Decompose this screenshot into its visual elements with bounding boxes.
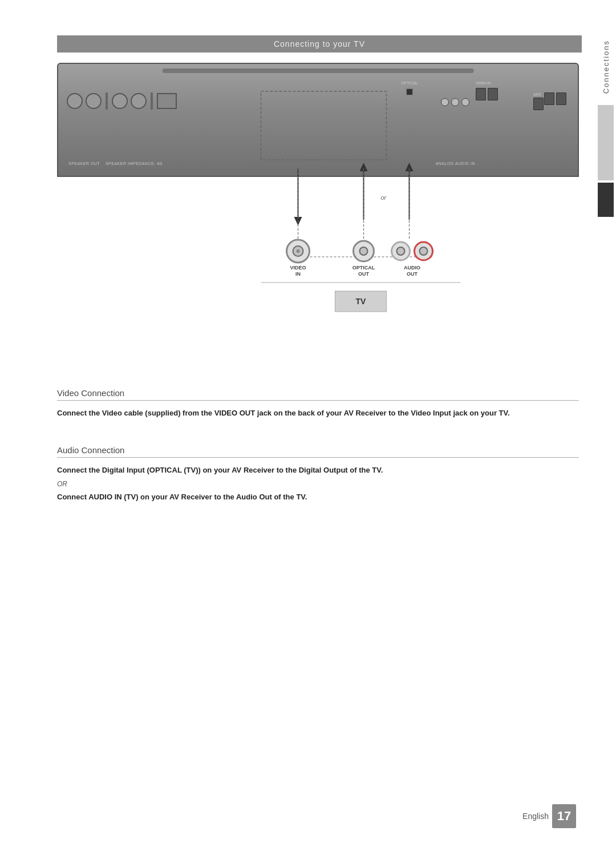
- svg-point-18: [397, 247, 405, 255]
- svg-text:OUT: OUT: [358, 271, 370, 277]
- page-title: Connecting to your TV: [274, 39, 365, 49]
- audio-connection-section: Audio Connection Connect the Digital Inp…: [57, 445, 579, 503]
- svg-text:AUDIO: AUDIO: [404, 265, 420, 271]
- video-connection-section: Video Connection Connect the Video cable…: [57, 388, 579, 420]
- video-connection-heading: Video Connection: [57, 388, 579, 401]
- svg-text:or: or: [381, 194, 387, 201]
- video-connection-body: Connect the Video cable (supplied) from …: [57, 408, 579, 420]
- svg-text:TV: TV: [356, 297, 367, 306]
- side-tab: Connections: [595, 34, 616, 217]
- svg-point-14: [297, 249, 300, 253]
- page-number: 17: [557, 809, 571, 824]
- audio-connection-or: OR: [57, 480, 579, 488]
- side-tab-light-bar: [598, 105, 614, 180]
- svg-text:VIDEO: VIDEO: [290, 265, 306, 271]
- page-title-banner: Connecting to your TV: [57, 35, 582, 53]
- diagram-area: SPEAKER OUT SPEAKER IMPEDANCE: 4Ω HDMI I…: [57, 57, 579, 377]
- page-number-area: English 17: [522, 804, 576, 828]
- audio-connection-body2: Connect AUDIO IN (TV) on your AV Receive…: [57, 491, 579, 503]
- svg-rect-0: [261, 91, 387, 160]
- svg-point-20: [420, 247, 428, 255]
- svg-text:OPTICAL: OPTICAL: [352, 265, 375, 271]
- page-number-badge: 17: [552, 804, 576, 828]
- svg-text:IN: IN: [295, 271, 301, 277]
- page-word: English: [522, 812, 549, 821]
- audio-connection-heading: Audio Connection: [57, 445, 579, 458]
- side-tab-dark-bar: [598, 183, 614, 217]
- audio-connection-body1: Connect the Digital Input (OPTICAL (TV))…: [57, 465, 579, 477]
- connector-diagram: or VIDEO IN OPTICAL OUT AUDIO OUT TV: [57, 57, 579, 377]
- side-tab-label: Connections: [602, 34, 610, 99]
- svg-point-16: [360, 247, 368, 255]
- svg-text:OUT: OUT: [407, 271, 418, 277]
